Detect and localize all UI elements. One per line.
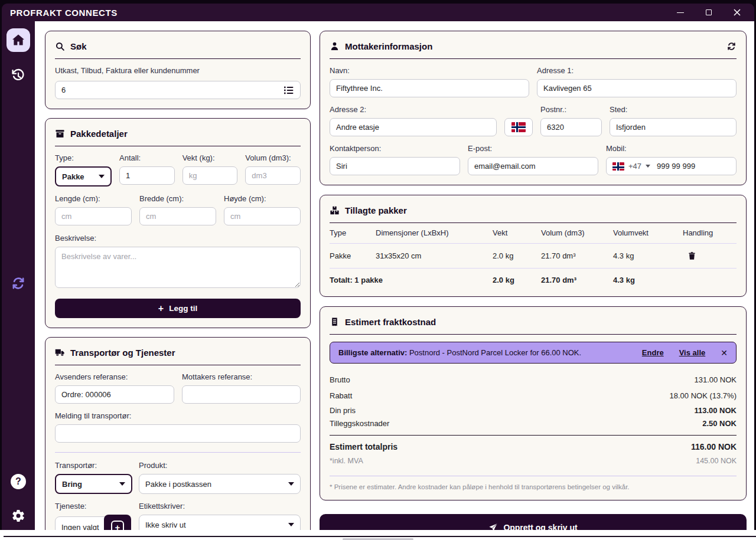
total-weight: 2.0 kg <box>493 276 541 284</box>
change-link[interactable]: Endre <box>642 348 664 357</box>
volume-label: Volum (dm3): <box>245 153 301 162</box>
receipt-icon <box>330 317 340 327</box>
banner-prefix: Billigste alternativ: <box>338 348 407 357</box>
view-all-link[interactable]: Vis alle <box>679 348 706 357</box>
app-title: PROFRAKT CONNECTS <box>10 8 118 18</box>
carrier-message-input[interactable] <box>55 424 301 443</box>
email-input[interactable] <box>468 157 598 175</box>
price-row-surcharges: Tilleggskostnader2.50 NOK <box>330 417 737 430</box>
table-header: Type Dimensjoner (LxBxH) Vekt Volum (dm3… <box>330 223 737 244</box>
chevron-down-icon <box>99 175 105 178</box>
service-label: Tjeneste: <box>55 502 132 510</box>
phone-number: 999 99 999 <box>657 162 695 171</box>
name-label: Navn: <box>330 66 529 75</box>
person-icon <box>330 41 340 51</box>
carrier-label: Transportør: <box>55 461 132 470</box>
mobile-input[interactable]: +47 999 99 999 <box>606 157 737 175</box>
label-printer-label: Etikettskriver: <box>139 502 301 510</box>
carrier-select[interactable]: Bring <box>55 474 132 494</box>
description-textarea[interactable] <box>55 247 301 288</box>
sidebar-item-help[interactable]: ? <box>11 474 26 489</box>
minimize-button[interactable] <box>676 8 685 17</box>
address2-input[interactable] <box>330 118 497 136</box>
city-input[interactable] <box>610 118 737 136</box>
quantity-label: Antall: <box>119 153 175 162</box>
price-disclaimer: * Prisene er estimater. Andre kostnader … <box>330 483 737 490</box>
volume-input[interactable] <box>245 166 301 185</box>
weight-label: Vekt (kg): <box>183 153 238 162</box>
cell-type: Pakke <box>330 251 376 260</box>
postal-input[interactable] <box>540 118 602 136</box>
contact-input[interactable] <box>330 157 460 175</box>
product-label: Produkt: <box>139 461 301 470</box>
price-row-gross: Brutto131.00 NOK <box>330 372 737 388</box>
type-label: Type: <box>55 153 112 162</box>
close-button[interactable] <box>733 8 741 17</box>
bottom-strip <box>0 530 756 540</box>
contact-label: Kontaktperson: <box>330 144 460 153</box>
help-icon: ? <box>15 476 21 487</box>
mobile-label: Mobil: <box>606 144 737 153</box>
type-select[interactable]: Pakke <box>55 166 112 186</box>
list-icon[interactable] <box>283 84 295 96</box>
cheapest-alternative-banner: Billigste alternativ: Postnord - PostNor… <box>330 342 737 364</box>
added-packages-card: Tillagte pakker Type Dimensjoner (LxBxH)… <box>320 195 747 297</box>
window-controls <box>676 8 746 17</box>
phone-prefix: +47 <box>628 162 641 171</box>
width-input[interactable] <box>139 207 216 225</box>
boxes-icon <box>330 205 340 215</box>
cell-dimensions: 31x35x20 cm <box>376 251 493 260</box>
city-label: Sted: <box>610 105 737 114</box>
search-card-title: Søk <box>70 41 87 51</box>
home-icon <box>11 33 25 47</box>
cost-card: Estimert fraktkostnad Billigste alternat… <box>320 306 747 500</box>
sidebar-item-settings[interactable] <box>10 508 27 524</box>
sender-ref-input[interactable] <box>55 385 174 404</box>
length-input[interactable] <box>55 207 132 225</box>
maximize-button[interactable] <box>705 8 713 17</box>
dismiss-banner-icon[interactable]: ✕ <box>721 348 728 358</box>
titlebar: PROFRAKT CONNECTS <box>2 4 754 21</box>
history-icon <box>11 68 26 83</box>
postal-label: Postnr.: <box>540 105 602 114</box>
country-flag-button[interactable] <box>504 118 533 136</box>
sidebar-item-home[interactable] <box>6 28 30 52</box>
table-row: Pakke 31x35x20 cm 2.0 kg 21.70 dm³ 4.3 k… <box>330 244 737 269</box>
price-row-discount: Rabatt18.00 NOK (13.7%) <box>330 388 737 404</box>
email-label: E-post: <box>468 144 598 153</box>
chevron-down-icon <box>646 165 650 168</box>
recipient-ref-input[interactable] <box>182 385 301 404</box>
cost-card-title: Estimert fraktkostnad <box>345 317 436 327</box>
cell-weight: 2.0 kg <box>493 251 541 260</box>
gear-icon <box>11 509 25 523</box>
total-volweight: 4.3 kg <box>613 276 683 284</box>
height-input[interactable] <box>224 207 301 225</box>
height-label: Høyde (cm): <box>224 194 301 203</box>
name-input[interactable] <box>330 79 529 97</box>
total-label: Totalt: 1 pakke <box>330 276 493 284</box>
add-package-button[interactable]: + Legg til <box>55 299 301 318</box>
search-icon <box>55 41 65 51</box>
package-icon <box>55 129 65 139</box>
description-label: Beskrivelse: <box>55 234 301 243</box>
bottom-cutoff-line <box>4 536 756 537</box>
app-window: PROFRAKT CONNECTS <box>0 0 756 540</box>
banner-text: Postnord - PostNord Parcel Locker for 66… <box>409 348 581 357</box>
carrier-message-label: Melding til transportør: <box>55 411 301 420</box>
cell-volume: 21.70 dm³ <box>541 251 613 260</box>
product-select[interactable]: Pakke i postkassen <box>139 474 301 494</box>
width-label: Bredde (cm): <box>139 194 216 203</box>
address1-input[interactable] <box>537 79 737 97</box>
chevron-down-icon <box>288 482 294 486</box>
sidebar-item-history[interactable] <box>9 66 28 85</box>
plus-icon: + <box>158 304 164 313</box>
carrier-card-title: Transportør og Tjenester <box>70 348 175 358</box>
main-content: Søk Utkast, Tilbud, Faktura eller kunden… <box>35 21 754 530</box>
search-input[interactable] <box>55 81 301 99</box>
weight-input[interactable] <box>183 166 238 185</box>
price-row-your-price: Din pris113.00 NOK <box>330 404 737 417</box>
refresh-icon[interactable] <box>726 41 737 51</box>
sidebar-item-sync[interactable] <box>9 274 28 293</box>
trash-icon[interactable] <box>687 251 696 261</box>
quantity-input[interactable] <box>119 166 175 185</box>
